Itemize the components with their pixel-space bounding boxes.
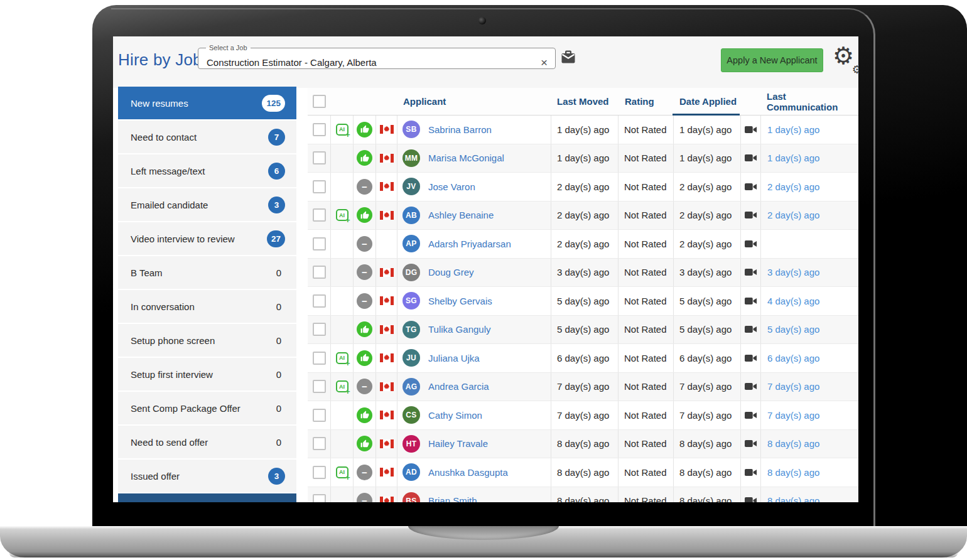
sidebar-item-emailed-candidate[interactable]: Emailed candidate3 <box>118 188 296 221</box>
sidebar-item-b-team[interactable]: B Team0 <box>118 256 296 289</box>
thumbs-up-icon[interactable] <box>357 407 372 423</box>
minus-status-icon[interactable]: − <box>357 465 372 480</box>
thumbs-up-icon[interactable] <box>357 321 372 337</box>
sidebar-item-left-message-text[interactable]: Left message/text6 <box>118 154 296 187</box>
applicant-name-link[interactable]: Jose Varon <box>428 181 475 192</box>
row-checkbox[interactable] <box>313 380 326 393</box>
row-checkbox[interactable] <box>313 180 326 193</box>
last-communication-link[interactable]: 1 day(s) ago <box>761 124 819 135</box>
row-checkbox[interactable] <box>313 323 326 336</box>
applicant-name-link[interactable]: Shelby Gervais <box>428 296 492 306</box>
thumbs-up-icon[interactable] <box>357 207 372 223</box>
video-camera-icon[interactable] <box>741 325 760 334</box>
sidebar-item-new-resumes[interactable]: New resumes125 <box>118 87 296 119</box>
last-communication-link[interactable]: 8 day(s) ago <box>761 495 819 502</box>
thumbs-up-icon[interactable] <box>357 122 372 137</box>
row-checkbox[interactable] <box>313 409 326 422</box>
column-header-rating[interactable]: Rating <box>619 88 674 115</box>
last-communication-link[interactable]: 2 day(s) ago <box>761 210 819 220</box>
last-communication-link[interactable]: 2 day(s) ago <box>761 181 819 192</box>
sidebar-item-label: New resumes <box>131 98 188 109</box>
last-communication-link[interactable]: 7 day(s) ago <box>761 410 819 421</box>
applicant-name-link[interactable]: Anushka Dasgupta <box>428 467 508 478</box>
column-header-date-applied[interactable]: Date Applied <box>674 88 741 115</box>
apply-new-applicant-button[interactable]: Apply a New Applicant <box>721 48 823 72</box>
avatar: HT <box>402 435 420 453</box>
last-communication-link[interactable]: 6 day(s) ago <box>761 353 819 363</box>
last-moved-value: 6 day(s) ago <box>551 344 619 372</box>
thumbs-up-icon[interactable] <box>357 350 372 366</box>
last-communication-link[interactable]: 5 day(s) ago <box>761 324 819 335</box>
video-camera-icon[interactable] <box>741 382 760 391</box>
date-applied-value: 5 day(s) ago <box>674 316 741 344</box>
video-camera-icon[interactable] <box>741 439 760 448</box>
sidebar-item-issued-offer[interactable]: Issued offer3 <box>118 460 296 492</box>
applicant-name-link[interactable]: Adarsh Priyadarsan <box>428 239 511 249</box>
minus-status-icon[interactable]: − <box>357 179 372 195</box>
last-communication-link[interactable]: 7 day(s) ago <box>761 381 819 392</box>
video-camera-icon[interactable] <box>741 125 760 134</box>
select-all-checkbox[interactable] <box>313 95 326 108</box>
applicant-name-link[interactable]: Doug Grey <box>428 267 474 277</box>
job-select-input[interactable]: Select a Job Construction Estimator - Ca… <box>198 44 556 69</box>
applicant-name-link[interactable]: Tulika Ganguly <box>428 324 491 335</box>
row-checkbox[interactable] <box>313 208 326 222</box>
row-checkbox[interactable] <box>313 352 326 365</box>
applicant-name-link[interactable]: Andrea Garcia <box>428 381 489 392</box>
last-communication-link[interactable]: 8 day(s) ago <box>761 438 819 449</box>
applicant-name-link[interactable]: Brian Smith <box>428 495 477 502</box>
row-checkbox[interactable] <box>313 266 326 279</box>
video-camera-icon[interactable] <box>741 267 760 277</box>
last-communication-link[interactable]: 4 day(s) ago <box>761 296 819 306</box>
video-camera-icon[interactable] <box>741 153 760 163</box>
gear-icon[interactable]: ⚙ ⚙ <box>833 45 858 74</box>
column-header-last-communication[interactable]: Last Communication <box>761 88 858 115</box>
row-checkbox[interactable] <box>313 466 326 479</box>
last-communication-link[interactable]: 8 day(s) ago <box>761 467 819 478</box>
column-header-last-moved[interactable]: Last Moved <box>551 88 619 115</box>
minus-status-icon[interactable]: − <box>357 293 372 309</box>
applicant-name-link[interactable]: Juliana Ujka <box>428 353 480 363</box>
video-camera-icon[interactable] <box>741 468 760 477</box>
video-camera-icon[interactable] <box>741 296 760 306</box>
row-checkbox[interactable] <box>313 237 326 250</box>
minus-status-icon[interactable]: − <box>357 379 372 394</box>
sidebar-item-partial[interactable] <box>118 493 296 502</box>
video-camera-icon[interactable] <box>741 182 760 191</box>
video-camera-icon[interactable] <box>741 239 760 249</box>
clear-job-icon[interactable]: × <box>541 55 548 71</box>
applicant-name-link[interactable]: Hailey Travale <box>428 438 488 449</box>
sidebar-item-need-to-contact[interactable]: Need to contact7 <box>118 121 296 153</box>
thumbs-up-icon[interactable] <box>357 150 372 166</box>
avatar: SB <box>402 121 420 138</box>
row-checkbox[interactable] <box>313 151 326 164</box>
applicant-name-link[interactable]: Marisa McGonigal <box>428 153 504 163</box>
applicant-name-link[interactable]: Sabrina Barron <box>428 124 492 135</box>
last-communication-link[interactable]: 1 day(s) ago <box>761 153 819 163</box>
sidebar-item-need-to-send-offer[interactable]: Need to send offer0 <box>118 426 296 458</box>
sidebar-item-sent-comp-package-offer[interactable]: Sent Comp Package Offer0 <box>118 392 296 424</box>
briefcase-icon[interactable] <box>561 50 576 64</box>
column-header-applicant[interactable]: Applicant <box>397 88 551 115</box>
video-camera-icon[interactable] <box>741 496 760 502</box>
minus-status-icon[interactable]: − <box>357 236 372 252</box>
minus-status-icon[interactable]: − <box>357 264 372 280</box>
rating-value: Not Rated <box>619 487 674 503</box>
sidebar-item-video-interview-to-review[interactable]: Video interview to review27 <box>118 222 296 255</box>
minus-status-icon[interactable]: − <box>357 493 372 502</box>
sidebar-item-in-conversation[interactable]: In conversation0 <box>118 290 296 323</box>
sidebar-item-setup-first-interview[interactable]: Setup first interview0 <box>118 358 296 390</box>
row-checkbox[interactable] <box>313 123 326 136</box>
row-checkbox[interactable] <box>313 294 326 308</box>
video-camera-icon[interactable] <box>741 353 760 363</box>
video-camera-icon[interactable] <box>741 411 760 420</box>
applicant-name-link[interactable]: Ashley Benaine <box>428 210 494 220</box>
thumbs-up-icon[interactable] <box>357 436 372 451</box>
sidebar-item-setup-phone-screen[interactable]: Setup phone screen0 <box>118 324 296 357</box>
last-moved-value: 1 day(s) ago <box>551 144 619 173</box>
row-checkbox[interactable] <box>313 494 326 502</box>
last-communication-link[interactable]: 3 day(s) ago <box>761 267 819 277</box>
video-camera-icon[interactable] <box>741 210 760 220</box>
row-checkbox[interactable] <box>313 437 326 450</box>
applicant-name-link[interactable]: Cathy Simon <box>428 410 482 421</box>
